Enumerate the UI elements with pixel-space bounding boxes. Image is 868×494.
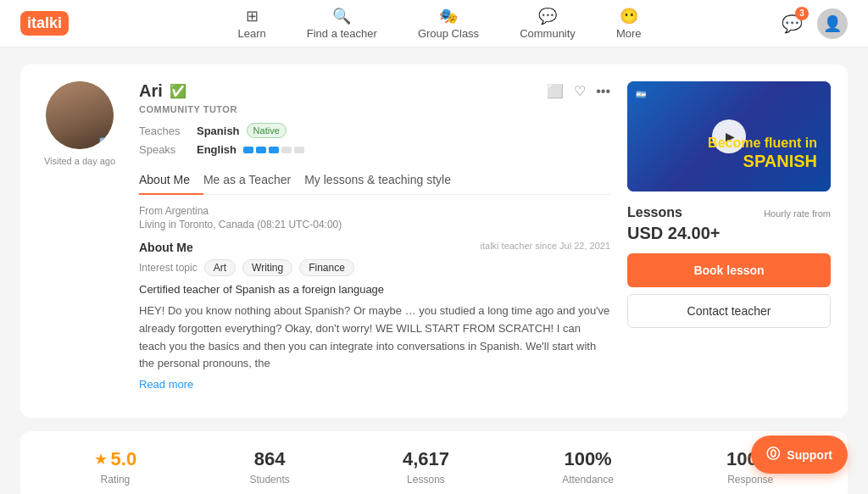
avatar-flag: 🇦🇷	[99, 136, 114, 149]
lessons-title: Lessons	[627, 205, 682, 220]
response-label: Response	[727, 474, 773, 486]
from-text: From Argentina	[139, 205, 610, 217]
nav-find-teacher[interactable]: 🔍 Find a teacher	[300, 3, 384, 43]
lessons-box: Lessons Hourly rate from USD 24.00+ Book…	[627, 205, 831, 328]
read-more-button[interactable]: Read more	[139, 378, 610, 391]
stat-students: 864 Students	[249, 448, 289, 486]
nav-more-label: More	[616, 27, 642, 40]
notifications-button[interactable]: 💬 3	[776, 8, 807, 39]
hourly-label: Hourly rate from	[764, 208, 831, 219]
about-top-row: About Me italki teacher since Jul 22, 20…	[139, 241, 610, 259]
profile-tabs: About Me Me as a Teacher My lessons & te…	[139, 166, 610, 195]
favorite-button[interactable]: ♡	[574, 83, 586, 99]
speaks-language: English	[197, 143, 236, 156]
nav-community[interactable]: 💬 Community	[513, 3, 582, 43]
more-options-button[interactable]: •••	[596, 83, 610, 99]
main-content: 🇦🇷 Visited a day ago Ari ✅ ⬜ ♡ ••• COMMU…	[0, 47, 868, 494]
prog-bar-3	[269, 147, 279, 153]
speaks-label: Speaks	[139, 143, 190, 156]
interest-writing: Writing	[242, 259, 292, 276]
nav-learn-label: Learn	[238, 27, 266, 40]
stat-rating: ★ 5.0 Rating	[94, 448, 137, 486]
video-thumbnail[interactable]: 🇦🇷 Become fluent inSPANISH	[627, 81, 831, 191]
bio-text: HEY! Do you know nothing about Spanish? …	[139, 303, 610, 373]
prog-bar-2	[256, 147, 266, 153]
students-label: Students	[249, 474, 289, 486]
visited-text: Visited a day ago	[44, 156, 115, 166]
living-text: Living in Toronto, Canada (08:21 UTC-04:…	[139, 219, 610, 230]
stats-card: ★ 5.0 Rating 864 Students 4,617 Lessons …	[20, 431, 848, 494]
prog-bar-4	[281, 147, 292, 153]
support-button[interactable]: ⓪ Support	[751, 436, 848, 474]
price: USD 24.00+	[627, 224, 831, 243]
prog-bar-1	[243, 147, 253, 153]
nav-group-class[interactable]: 🎭 Group Class	[411, 3, 486, 43]
about-title: About Me	[139, 241, 193, 254]
profile-avatar: 🇦🇷	[46, 81, 114, 149]
tutor-type: COMMUNITY TUTOR	[139, 104, 610, 114]
italki-since: italki teacher since Jul 22, 2021	[481, 241, 610, 251]
community-icon: 💬	[538, 7, 557, 25]
speaks-row: Speaks English	[139, 143, 610, 156]
profile-main: Ari ✅ ⬜ ♡ ••• COMMUNITY TUTOR Teaches Sp…	[139, 81, 610, 401]
attendance-label: Attendance	[562, 474, 614, 486]
rating-label: Rating	[101, 474, 131, 486]
students-value: 864	[254, 448, 286, 470]
profile-actions: ⬜ ♡ •••	[547, 83, 610, 99]
tab-lessons-style[interactable]: My lessons & teaching style	[304, 166, 465, 195]
nav-more[interactable]: 😶 More	[609, 3, 648, 43]
stat-lessons: 4,617 Lessons	[403, 448, 449, 486]
interest-finance: Finance	[299, 259, 354, 276]
stat-attendance: 100% Attendance	[562, 448, 614, 486]
book-lesson-button[interactable]: Book lesson	[627, 253, 831, 287]
attendance-value: 100%	[564, 448, 611, 470]
star-icon: ★	[94, 450, 108, 469]
profile-left: 🇦🇷 Visited a day ago	[37, 81, 122, 401]
nav-find-teacher-label: Find a teacher	[307, 27, 377, 40]
main-nav: ⊞ Learn 🔍 Find a teacher 🎭 Group Class 💬…	[103, 3, 776, 43]
tab-teacher[interactable]: Me as a Teacher	[203, 166, 304, 195]
logo[interactable]: italki	[20, 11, 69, 36]
profile-card: 🇦🇷 Visited a day ago Ari ✅ ⬜ ♡ ••• COMMU…	[20, 64, 848, 418]
teaches-label: Teaches	[139, 125, 190, 137]
native-badge: Native	[247, 123, 287, 138]
tab-about-me[interactable]: About Me	[139, 166, 203, 195]
learn-icon: ⊞	[246, 7, 259, 25]
profile-name-row: Ari ✅	[139, 81, 186, 101]
support-label: Support	[787, 448, 832, 462]
logo-text: italki	[20, 11, 69, 36]
profile-right: 🇦🇷 Become fluent inSPANISH Lessons Hourl…	[627, 81, 831, 401]
certified-text: Certified teacher of Spanish as a foreig…	[139, 283, 610, 296]
video-overlay-text: Become fluent inSPANISH	[701, 128, 824, 178]
rating-value: 5.0	[111, 448, 137, 470]
user-avatar[interactable]: 👤	[817, 8, 848, 39]
prog-bar-5	[294, 147, 304, 153]
lessons-header: Lessons Hourly rate from	[627, 205, 831, 220]
profile-header: Ari ✅ ⬜ ♡ •••	[139, 81, 610, 101]
nav-community-label: Community	[520, 27, 576, 40]
language-progress	[243, 147, 304, 153]
teaches-language: Spanish	[197, 125, 240, 137]
interest-art: Art	[204, 259, 236, 276]
nav-learn[interactable]: ⊞ Learn	[231, 3, 273, 43]
header-right: 💬 3 👤	[776, 8, 848, 39]
search-icon: 🔍	[332, 7, 351, 25]
share-button[interactable]: ⬜	[547, 83, 564, 99]
teaches-row: Teaches Spanish Native	[139, 123, 610, 138]
profile-name: Ari	[139, 81, 163, 101]
notification-badge: 3	[795, 7, 809, 20]
verified-icon: ✅	[170, 83, 186, 99]
lessons-value: 4,617	[403, 448, 449, 470]
lessons-label: Lessons	[407, 474, 445, 486]
interest-label: Interest topic	[139, 262, 198, 274]
more-icon: 😶	[620, 7, 638, 25]
support-icon: ⓪	[766, 446, 780, 463]
nav-group-class-label: Group Class	[418, 27, 479, 40]
header: italki ⊞ Learn 🔍 Find a teacher 🎭 Group …	[0, 0, 868, 47]
contact-teacher-button[interactable]: Contact teacher	[627, 294, 831, 328]
about-content: From Argentina Living in Toronto, Canada…	[139, 195, 610, 401]
interest-row: Interest topic Art Writing Finance	[139, 259, 610, 276]
group-class-icon: 🎭	[439, 7, 458, 25]
